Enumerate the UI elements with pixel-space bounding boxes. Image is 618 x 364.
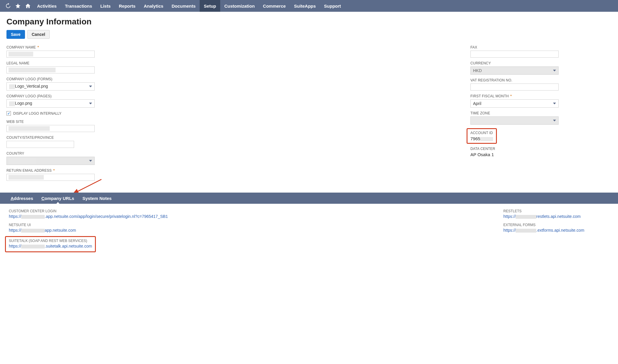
caret-down-icon [553,70,556,71]
top-nav: ActivitiesTransactionsListsReportsAnalyt… [0,0,618,12]
account-id-highlight: ACCOUNT ID 7965 [467,128,497,144]
currency-select: HKD [470,66,559,75]
cancel-button[interactable]: Cancel [27,30,50,39]
restlets-label: RESTLETS [503,209,609,213]
suitetalk-highlight: SUITETALK (SOAP AND REST WEB SERVICES) h… [5,236,96,252]
home-icon[interactable] [23,0,33,12]
caret-down-icon [89,103,92,104]
logo-forms-label: COMPANY LOGO (FORMS) [6,77,195,81]
extforms-link[interactable]: https://.extforms.api.netsuite.com [503,228,584,233]
nav-lists[interactable]: Lists [96,0,115,12]
restlets-link[interactable]: https://restlets.api.netsuite.com [503,214,581,219]
save-button[interactable]: Save [6,30,25,39]
caret-down-icon [89,86,92,87]
country-label: COUNTRY [6,151,195,156]
caret-down-icon [553,103,556,104]
netsuite-ui-link[interactable]: https://app.netsuite.com [9,228,76,233]
star-icon[interactable] [13,0,23,12]
vat-input[interactable] [470,84,559,91]
nav-reports[interactable]: Reports [115,0,140,12]
data-center-value: AP Osaka 1 [470,152,612,157]
suitetalk-label: SUITETALK (SOAP AND REST WEB SERVICES) [9,239,92,243]
legal-name-input[interactable] [6,66,95,74]
account-id-value: 7965 [470,136,493,141]
caret-down-icon [89,160,92,162]
currency-label: CURRENCY [470,61,612,65]
legal-name-label: LEGAL NAME [6,61,195,65]
extforms-label: EXTERNAL FORMS [503,223,609,227]
nav-support[interactable]: Support [320,0,345,12]
tab-bar: Addresses Company URLs System Notes [0,193,618,204]
nav-commerce[interactable]: Commerce [259,0,290,12]
fax-input[interactable] [470,51,559,58]
history-icon[interactable] [3,0,13,12]
nav-setup[interactable]: Setup [200,0,220,12]
nav-documents[interactable]: Documents [168,0,200,12]
timezone-label: TIME ZONE [470,111,612,115]
county-label: COUNTY/STATE/PROVINCE [6,136,195,140]
netsuite-ui-label: NETSUITE UI [9,223,486,227]
display-logo-checkbox[interactable]: ✓ [6,111,11,116]
customer-center-label: CUSTOMER CENTER LOGIN [9,209,486,213]
company-name-label: COMPANY NAME * [6,45,195,49]
nav-analytics[interactable]: Analytics [140,0,168,12]
account-id-label: ACCOUNT ID [470,131,493,135]
website-input[interactable] [6,125,95,132]
country-select[interactable] [6,157,95,165]
return-email-label: RETURN EMAIL ADDRESS * [6,168,195,173]
caret-down-icon [553,120,556,121]
tab-company-urls[interactable]: Company URLs [37,193,78,204]
suitetalk-link[interactable]: https://.suitetalk.api.netsuite.com [9,244,92,248]
nav-suiteapps[interactable]: SuiteApps [290,0,320,12]
company-name-input[interactable] [6,51,95,58]
fiscal-month-label: FIRST FISCAL MONTH * [470,94,612,98]
nav-customization[interactable]: Customization [220,0,259,12]
return-email-input[interactable] [6,174,95,181]
customer-center-link[interactable]: https://.app.netsuite.com/app/login/secu… [9,214,168,219]
nav-activities[interactable]: Activities [33,0,61,12]
display-logo-label: DISPLAY LOGO INTERNALLY [13,111,61,116]
data-center-label: DATA CENTER [470,147,612,151]
logo-forms-select[interactable]: Logo_Vertical.png [6,82,95,91]
timezone-select[interactable] [470,116,559,125]
page-title: Company Information [6,17,612,26]
nav-transactions[interactable]: Transactions [61,0,96,12]
county-input[interactable] [6,141,74,148]
tab-system-notes[interactable]: System Notes [78,193,116,204]
logo-pages-select[interactable]: Logo.png [6,99,95,108]
website-label: WEB SITE [6,120,195,124]
fax-label: FAX [470,45,612,49]
fiscal-month-select[interactable]: April [470,99,559,108]
vat-label: VAT REGISTRATION NO. [470,78,612,82]
logo-pages-label: COMPANY LOGO (PAGES) [6,94,195,98]
tab-addresses[interactable]: Addresses [6,193,37,204]
